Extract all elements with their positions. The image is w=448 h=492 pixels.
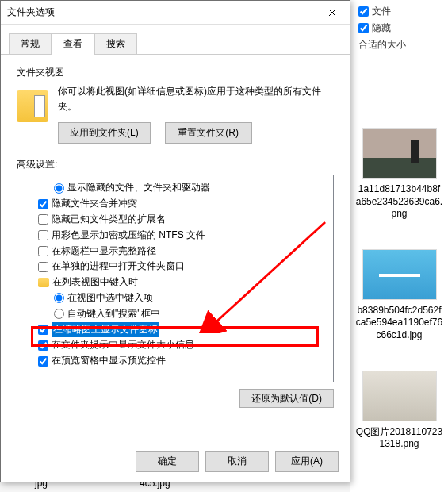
file-name-1[interactable]: 1a11d81713b44b8fa65e234523639ca6.png [356, 183, 443, 221]
tree-item-label-11: 在预览窗格中显示预览控件 [52, 353, 166, 369]
close-icon [328, 9, 336, 17]
tree-item-6[interactable]: 在列表视图中键入时 [21, 275, 330, 290]
check-input-2[interactable] [38, 214, 48, 225]
tree-item-9[interactable]: 在缩略图上显示文件图标 [21, 322, 330, 338]
radio-input-7[interactable] [54, 293, 64, 303]
tree-item-8[interactable]: 自动键入到"搜索"框中 [21, 306, 330, 322]
file-thumb-3[interactable] [362, 371, 437, 421]
file-thumb-1[interactable] [362, 128, 437, 179]
tree-item-label-2: 隐藏已知文件类型的扩展名 [52, 212, 166, 228]
advanced-settings-tree[interactable]: 显示隐藏的文件、文件夹和驱动器隐藏文件夹合并冲突隐藏已知文件类型的扩展名用彩色显… [17, 175, 334, 382]
tree-item-2[interactable]: 隐藏已知文件类型的扩展名 [21, 212, 330, 228]
ok-button[interactable]: 确定 [136, 451, 199, 472]
bg-check-2[interactable] [358, 23, 369, 33]
tree-item-3[interactable]: 用彩色显示加密或压缩的 NTFS 文件 [21, 228, 330, 244]
check-input-5[interactable] [38, 262, 48, 272]
restore-defaults-button[interactable]: 还原为默认值(D) [239, 389, 334, 408]
folder-options-dialog: 文件夹选项 常规 查看 搜索 文件夹视图 你可以将此视图(如详细信息或图标)应用… [0, 0, 350, 482]
folder-mini-icon [38, 278, 49, 287]
close-button[interactable] [314, 1, 350, 25]
check-input-1[interactable] [38, 199, 48, 209]
radio-input-0[interactable] [54, 183, 64, 194]
tree-item-label-9: 在缩略图上显示文件图标 [52, 322, 159, 338]
file-name-2[interactable]: b8389b504fc2d562fca5e594ea1190ef76c66c1d… [356, 305, 443, 342]
tab-search[interactable]: 搜索 [94, 33, 137, 55]
tab-view[interactable]: 查看 [52, 33, 94, 55]
bg-check-2-label: 隐藏 [372, 21, 391, 35]
window-title: 文件夹选项 [7, 6, 55, 19]
tree-item-0[interactable]: 显示隐藏的文件、文件夹和驱动器 [21, 180, 330, 196]
check-input-4[interactable] [38, 246, 48, 256]
radio-input-8[interactable] [54, 309, 64, 319]
tree-item-5[interactable]: 在单独的进程中打开文件夹窗口 [21, 259, 330, 275]
tree-item-10[interactable]: 在文件夹提示中显示文件大小信息 [21, 337, 330, 353]
dialog-buttons: 确定 取消 应用(A) [136, 451, 339, 472]
tree-item-label-7: 在视图中选中键入项 [67, 290, 153, 306]
tree-item-label-1: 隐藏文件夹合并冲突 [52, 196, 137, 212]
tree-item-label-6: 在列表视图中键入时 [52, 275, 138, 290]
check-input-11[interactable] [38, 356, 48, 367]
tree-item-label-4: 在标题栏中显示完整路径 [52, 244, 156, 259]
cancel-button[interactable]: 取消 [205, 451, 269, 472]
tree-item-label-0: 显示隐藏的文件、文件夹和驱动器 [67, 180, 210, 196]
apply-button[interactable]: 应用(A) [275, 451, 339, 472]
tree-item-4[interactable]: 在标题栏中显示完整路径 [21, 244, 330, 259]
titlebar: 文件夹选项 [1, 1, 350, 25]
advanced-label: 高级设置: [17, 158, 334, 171]
reset-folders-button[interactable]: 重置文件夹(R) [165, 122, 252, 144]
tree-item-label-5: 在单独的进程中打开文件夹窗口 [52, 259, 185, 275]
bg-check-1[interactable] [358, 6, 369, 17]
tree-item-label-10: 在文件夹提示中显示文件大小信息 [52, 337, 194, 353]
tab-strip: 常规 查看 搜索 [1, 28, 350, 55]
tree-item-label-3: 用彩色显示加密或压缩的 NTFS 文件 [52, 228, 205, 244]
tree-item-label-8: 自动键入到"搜索"框中 [67, 306, 160, 322]
bg-size-text: 合适的大小 [358, 38, 446, 52]
bg-check-1-label: 文件 [372, 5, 391, 18]
check-input-9[interactable] [38, 325, 48, 335]
folder-icon [17, 90, 48, 122]
tree-item-7[interactable]: 在视图中选中键入项 [21, 290, 330, 306]
explorer-background: 文件 隐藏 合适的大小 1a11d81713b44b8fa65e23452363… [350, 0, 448, 492]
file-name-3[interactable]: QQ图片20181107231318.png [356, 426, 443, 451]
check-input-3[interactable] [38, 230, 48, 240]
tree-item-1[interactable]: 隐藏文件夹合并冲突 [21, 196, 330, 212]
folder-views-group: 文件夹视图 你可以将此视图(如详细信息或图标)应用于这种类型的所有文件夹。 应用… [17, 66, 334, 144]
check-input-10[interactable] [38, 340, 48, 351]
tab-general[interactable]: 常规 [9, 33, 52, 55]
apply-to-folders-button[interactable]: 应用到文件夹(L) [58, 122, 151, 144]
file-thumb-2[interactable] [362, 249, 437, 300]
tree-item-11[interactable]: 在预览窗格中显示预览控件 [21, 353, 330, 369]
folder-views-label: 文件夹视图 [17, 66, 334, 79]
folder-views-desc: 你可以将此视图(如详细信息或图标)应用于这种类型的所有文件夹。 [58, 84, 334, 114]
